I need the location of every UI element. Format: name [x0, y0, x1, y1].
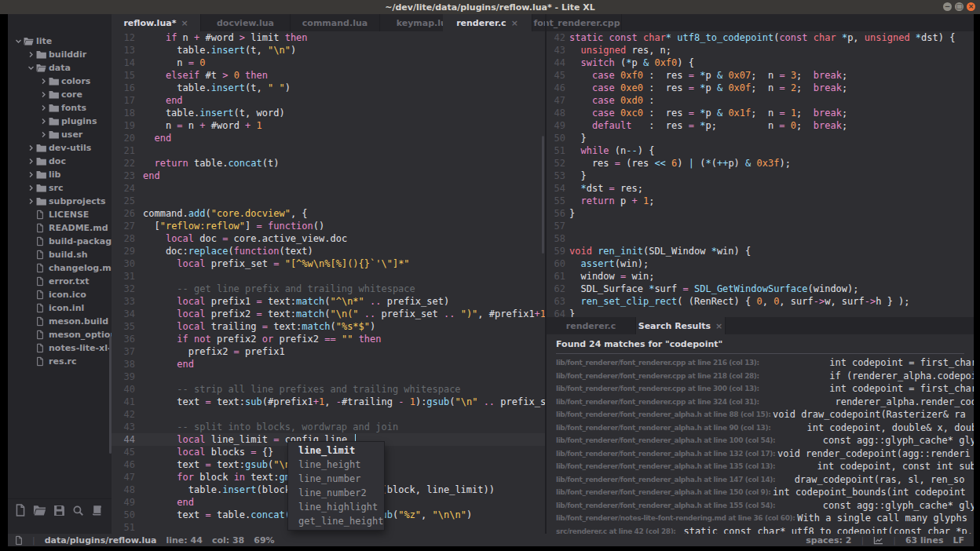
- code-line-62[interactable]: 62 SDL_Surface *surf = SDL_GetWindowSurf…: [547, 283, 974, 295]
- code-line-36[interactable]: 36 if not prefix2 or prefix2 == "" then: [112, 333, 545, 345]
- book-icon[interactable]: [91, 505, 103, 516]
- code-line-49[interactable]: 49 default : res = *p; n = 0; break;: [547, 119, 974, 132]
- code-line-56[interactable]: 56}: [547, 207, 974, 220]
- code-line-64[interactable]: 64}: [547, 308, 974, 317]
- code-line-42[interactable]: 42static const char* utf8_to_codepoint(c…: [547, 31, 974, 44]
- search-result-row[interactable]: lib/font_renderer/font_renderer_alpha.h …: [547, 473, 974, 487]
- code-line-15[interactable]: 15 elseif #t > 0 then: [112, 69, 545, 82]
- tree-item-lite[interactable]: lite: [8, 35, 112, 48]
- graph-icon[interactable]: [873, 536, 883, 545]
- tab-close-icon[interactable]: ×: [511, 18, 518, 28]
- code-line-63[interactable]: 63 ren_set_clip_rect( (RenRect) { 0, 0, …: [547, 295, 974, 308]
- search-icon[interactable]: [72, 505, 84, 516]
- code-line-37[interactable]: 37 prefix2 = prefix1: [112, 345, 545, 358]
- tree-item-icon-ico[interactable]: icon.ico: [8, 288, 112, 301]
- code-line-40[interactable]: 40 -- strip all line prefixes and traili…: [112, 383, 545, 396]
- search-result-row[interactable]: lib/font_renderer/font_renderer_alpha.h …: [547, 486, 974, 499]
- search-result-row[interactable]: lib/font_renderer/font_renderer.cpp at l…: [547, 382, 974, 396]
- tree-item-error-txt[interactable]: error.txt: [8, 275, 112, 288]
- code-line-21[interactable]: 21: [112, 144, 545, 157]
- autocomplete-item-get_line_height[interactable]: get_line_height: [288, 514, 384, 528]
- tab-search-results[interactable]: Search Results×: [636, 317, 726, 334]
- tree-item-core[interactable]: core: [8, 88, 112, 101]
- minimize-button[interactable]: −: [943, 2, 952, 11]
- code-line-23[interactable]: 23end: [112, 170, 545, 182]
- chevron-down-icon[interactable]: [25, 64, 36, 71]
- status-col[interactable]: col: 38: [212, 535, 244, 546]
- new-file-icon[interactable]: [15, 504, 26, 516]
- code-line-27[interactable]: 27 ["reflow:reflow"] = function(): [112, 220, 545, 232]
- code-line-45[interactable]: 45 case 0xf0 : res = *p & 0x07; n = 3; b…: [547, 69, 974, 82]
- tree-item-dev-utils[interactable]: dev-utils: [8, 141, 112, 155]
- search-result-row[interactable]: lib/font_renderer/font_renderer_alpha.h …: [547, 499, 974, 513]
- tree-item-colors[interactable]: colors: [8, 75, 112, 88]
- code-line-30[interactable]: 30 local prefix_set = "[^%w\n%[%](){}`'\…: [112, 257, 545, 270]
- code-line-38[interactable]: 38 end: [112, 358, 545, 370]
- search-result-row[interactable]: lib/font_renderer/font_renderer.cpp at l…: [547, 370, 974, 383]
- tree-item-src[interactable]: src: [8, 181, 112, 195]
- status-file-path[interactable]: data/plugins/reflow.lua: [45, 535, 157, 546]
- code-line-43[interactable]: 43 unsigned res, n;: [547, 44, 974, 57]
- autocomplete-item-line_highlight[interactable]: line_highlight: [288, 500, 384, 514]
- code-line-42[interactable]: 42: [112, 408, 545, 421]
- search-result-row[interactable]: lib/font_renderer/font_renderer_alpha.h …: [547, 434, 974, 447]
- tree-item-changelog-md[interactable]: changelog.md: [8, 261, 112, 275]
- code-line-16[interactable]: 16 table.insert(t, " "): [112, 82, 545, 94]
- code-line-33[interactable]: 33 local prefix1 = text:match("^\n*" .. …: [112, 295, 545, 308]
- code-line-57[interactable]: 57: [547, 220, 974, 232]
- chevron-right-icon[interactable]: [38, 91, 49, 98]
- tree-item-plugins[interactable]: plugins: [8, 115, 112, 128]
- code-line-28[interactable]: 28 local doc = core.active_view.doc: [112, 232, 545, 245]
- autocomplete-item-line_number2[interactable]: line_number2: [288, 486, 384, 500]
- code-line-22[interactable]: 22 return table.concat(t): [112, 157, 545, 170]
- autocomplete-item-line_height[interactable]: line_height: [288, 458, 384, 472]
- tab-command-lua[interactable]: command.lua: [291, 14, 380, 31]
- code-line-53[interactable]: 53 }: [547, 170, 974, 182]
- tab-close-icon[interactable]: ×: [715, 321, 722, 331]
- code-line-25[interactable]: 25: [112, 195, 545, 207]
- autocomplete-item-line_number[interactable]: line_number: [288, 472, 384, 486]
- code-line-41[interactable]: 41 text = text:sub(#prefix1+1, -#trailin…: [112, 396, 545, 408]
- tree-item-icon-inl[interactable]: icon.inl: [8, 301, 112, 315]
- code-line-59[interactable]: 59void ren_init(SDL_Window *win) {: [547, 245, 974, 257]
- search-result-row[interactable]: lib/font_renderer/font_renderer.cpp at l…: [547, 356, 974, 370]
- tree-item-data[interactable]: data: [8, 61, 112, 75]
- search-result-row[interactable]: lib/font_renderer/font_renderer_alpha.h …: [547, 460, 974, 473]
- tree-item-readme-md[interactable]: README.md: [8, 221, 112, 235]
- code-line-35[interactable]: 35 local trailing = text:match("%s*$"): [112, 320, 545, 333]
- tree-item-subprojects[interactable]: subprojects: [8, 195, 112, 208]
- status-percent[interactable]: 69%: [254, 535, 274, 546]
- tab-docview-lua[interactable]: docview.lua: [201, 14, 291, 31]
- chevron-right-icon[interactable]: [38, 118, 49, 125]
- tree-item-notes-lite-xl-for-1-16[interactable]: notes-lite-xl-for-1.16: [8, 341, 112, 355]
- tree-item-meson-options-txt[interactable]: meson_options.txt: [8, 328, 112, 341]
- code-line-13[interactable]: 13 table.insert(t, "\n"): [112, 44, 545, 57]
- code-line-17[interactable]: 17 end: [112, 94, 545, 107]
- tree-item-builddir[interactable]: builddir: [8, 48, 112, 61]
- chevron-right-icon[interactable]: [38, 131, 49, 138]
- tree-item-license[interactable]: LICENSE: [8, 208, 112, 221]
- code-line-14[interactable]: 14 n = 0: [112, 57, 545, 69]
- search-result-row[interactable]: lib/font_renderer/font_renderer_alpha.h …: [547, 447, 974, 461]
- code-line-48[interactable]: 48 case 0xc0 : res = *p & 0x1f; n = 1; b…: [547, 107, 974, 119]
- code-line-31[interactable]: 31: [112, 270, 545, 283]
- code-line-12[interactable]: 12 if n + #word > limit then: [112, 31, 545, 44]
- status-lines-count[interactable]: 63 lines: [905, 535, 944, 546]
- tree-item-build-packages-sh[interactable]: build-packages.sh: [8, 235, 112, 248]
- code-line-50[interactable]: 50 }: [547, 132, 974, 144]
- search-result-row[interactable]: lib/font_renderer/font_renderer_alpha.h …: [547, 421, 974, 435]
- code-line-46[interactable]: 46 case 0xe0 : res = *p & 0x0f; n = 2; b…: [547, 82, 974, 94]
- close-button[interactable]: ×: [967, 2, 975, 11]
- chevron-right-icon[interactable]: [25, 184, 36, 192]
- chevron-right-icon[interactable]: [38, 78, 49, 85]
- save-icon[interactable]: [53, 505, 65, 516]
- search-result-row[interactable]: lib/font_renderer/notes-lite-font-render…: [547, 512, 974, 525]
- tab-renderer-c[interactable]: renderer.c×: [443, 14, 532, 31]
- maximize-button[interactable]: □: [955, 2, 964, 11]
- code-line-24[interactable]: 24: [112, 182, 545, 195]
- code-line-47[interactable]: 47 case 0xd0 :: [547, 94, 974, 107]
- chevron-right-icon[interactable]: [25, 158, 36, 165]
- code-line-20[interactable]: 20 end: [112, 132, 545, 144]
- tree-item-lib[interactable]: lib: [8, 168, 112, 181]
- code-line-52[interactable]: 52 res = (res << 6) | (*(++p) & 0x3f);: [547, 157, 974, 170]
